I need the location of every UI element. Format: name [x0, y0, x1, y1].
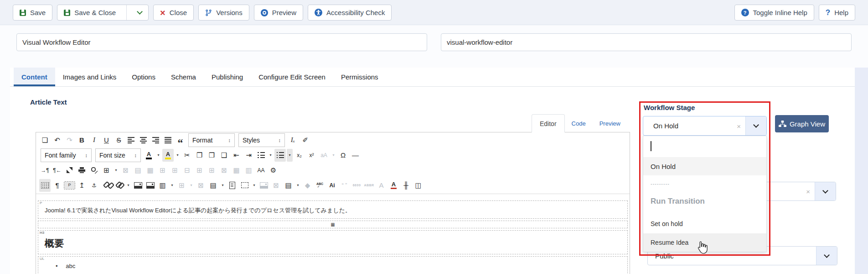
toggle-inline-help-button[interactable]: Toggle Inline Help — [734, 5, 814, 21]
tab-publishing[interactable]: Publishing — [204, 68, 251, 86]
ltr-icon[interactable]: →¶ — [39, 164, 51, 177]
background-color-icon[interactable]: A — [162, 149, 174, 162]
bullet-list-menu-icon[interactable]: ▾ — [287, 149, 293, 162]
annotation-icon[interactable]: A — [388, 179, 399, 192]
undo-icon[interactable]: ↶ — [52, 134, 63, 147]
superscript-icon[interactable]: x² — [306, 149, 317, 162]
settings-icon[interactable]: ⚙ — [268, 164, 279, 177]
redo-icon[interactable]: ↷ — [64, 134, 75, 147]
numbered-list-menu-icon[interactable]: ▾ — [268, 149, 274, 162]
tab-configure-edit-screen[interactable]: Configure Edit Screen — [251, 68, 333, 86]
delete-table-icon[interactable]: ⊠ — [120, 164, 131, 177]
cut-icon[interactable]: ✂ — [181, 149, 193, 162]
list-block[interactable]: UL • abc — [38, 256, 628, 274]
acronym-icon[interactable]: A — [376, 179, 387, 192]
insert-row-before-icon[interactable]: ⊞ — [157, 164, 168, 177]
dropdown-option-set-on-hold[interactable]: Set on hold — [643, 215, 766, 233]
insert-column-before-icon[interactable]: ⊞ — [194, 164, 205, 177]
table-row-properties-icon[interactable]: ▤ — [132, 164, 144, 177]
insert-row-after-icon[interactable]: ⊞ — [169, 164, 181, 177]
versions-button[interactable]: Versions — [198, 5, 249, 21]
delete-box-icon[interactable]: ⊠ — [195, 179, 207, 192]
module-icon[interactable]: ▤ — [207, 179, 219, 192]
align-justify-icon[interactable] — [162, 134, 174, 147]
strikethrough-icon[interactable]: S — [113, 134, 124, 147]
delete-image-icon[interactable]: ⊠ — [270, 179, 282, 192]
background-color-menu-icon[interactable]: ▾ — [175, 149, 181, 162]
paste-icon[interactable]: ❒ — [206, 149, 217, 162]
cube-icon[interactable]: ◆ — [302, 179, 313, 192]
clear-formatting-icon[interactable]: Iₓ — [287, 134, 299, 147]
outdent-icon[interactable]: ⇤ — [231, 149, 242, 162]
underline-icon[interactable]: U — [101, 134, 112, 147]
spellcheck-icon[interactable]: ABC ✓ — [314, 179, 326, 192]
tab-permissions[interactable]: Permissions — [333, 68, 386, 86]
print-icon[interactable] — [76, 164, 88, 177]
anchor-icon[interactable]: ⚓ — [88, 179, 100, 192]
text-color-menu-icon[interactable]: ▾ — [155, 149, 161, 162]
delete-row-icon[interactable]: ⊟ — [181, 164, 193, 177]
split-cell-icon[interactable]: ▥ — [243, 164, 254, 177]
dropdown-option-resume-idea[interactable]: Resume Idea — [643, 233, 766, 252]
save-close-button[interactable]: Save & Close — [57, 5, 149, 21]
close-button[interactable]: Close — [153, 5, 194, 21]
special-character-icon[interactable]: Ω — [337, 149, 349, 162]
access-select-toggle[interactable] — [816, 247, 837, 265]
insert-column-box-menu-icon[interactable]: ▾ — [188, 179, 194, 192]
pagebreak-icon[interactable]: ╫ — [400, 179, 412, 192]
quotes-icon[interactable]: “ ” — [339, 179, 350, 192]
graph-view-button[interactable]: Graph View — [775, 115, 829, 132]
delete-column-icon[interactable]: ⊠ — [218, 164, 230, 177]
numbered-list-icon[interactable] — [255, 149, 267, 162]
subscript-icon[interactable]: x₂ — [294, 149, 305, 162]
insert-image-icon[interactable] — [145, 179, 156, 192]
preview-button[interactable]: Preview — [254, 5, 303, 21]
editor-body[interactable]: P Joomla! 6.1で実装されたVisual Workflow Edito… — [36, 194, 630, 274]
rtl-icon[interactable]: ¶← — [52, 164, 63, 177]
title-input[interactable] — [16, 33, 427, 51]
table-cell-properties-icon[interactable]: ▦ — [145, 164, 156, 177]
styles-select[interactable]: Styles — [238, 133, 285, 147]
insert-column-after-icon[interactable]: ⊞ — [206, 164, 217, 177]
change-case-icon[interactable]: aA — [318, 149, 330, 162]
horizontal-rule-block[interactable]: ▦ — [38, 221, 628, 228]
tab-code[interactable]: Code — [565, 114, 593, 132]
columns-menu-icon[interactable]: ▾ — [169, 179, 175, 192]
paragraph-block[interactable]: P Joomla! 6.1で実装されたVisual Workflow Edito… — [38, 200, 628, 219]
show-blocks-icon[interactable] — [39, 179, 51, 192]
tab-editor[interactable]: Editor — [532, 114, 565, 132]
workflow-select-toggle[interactable] — [745, 116, 766, 135]
remove-item-icon[interactable]: × — [806, 188, 810, 195]
tab-images-and-links[interactable]: Images and Links — [55, 68, 124, 86]
horizontal-rule-icon[interactable]: — — [350, 149, 361, 162]
tab-options[interactable]: Options — [124, 68, 163, 86]
language-icon[interactable]: AA — [255, 164, 267, 177]
abbr-icon[interactable]: ABBR — [363, 179, 375, 192]
image-icon[interactable] — [132, 179, 144, 192]
text-color-icon[interactable]: A — [143, 149, 155, 162]
insert-article-icon[interactable]: ▤ — [283, 179, 294, 192]
category-select-toggle[interactable] — [815, 182, 836, 200]
show-invisible-characters-icon[interactable]: ¶ — [52, 179, 63, 192]
save-options-toggle[interactable] — [131, 5, 148, 20]
fieldset-icon[interactable] — [239, 179, 250, 192]
indent-icon[interactable]: ⇥ — [243, 149, 254, 162]
align-right-icon[interactable] — [150, 134, 161, 147]
unlink-icon[interactable] — [101, 179, 112, 192]
link-icon[interactable] — [113, 179, 124, 192]
copy-icon[interactable]: ❐ — [194, 149, 205, 162]
quotes-alt-icon[interactable]: 6699 — [351, 179, 362, 192]
align-center-icon[interactable] — [138, 134, 149, 147]
heading-block[interactable]: H3 概要 — [38, 230, 628, 254]
alias-input[interactable] — [441, 33, 852, 51]
readmore-icon[interactable]: ◫ — [413, 179, 424, 192]
link-menu-icon[interactable]: ▾ — [125, 179, 131, 192]
image-disabled-icon[interactable] — [258, 179, 269, 192]
format-painter-icon[interactable]: ✐ — [300, 134, 311, 147]
tab-schema[interactable]: Schema — [163, 68, 204, 86]
paragraph-block-icon[interactable]: P — [64, 181, 75, 190]
save-button[interactable]: Save — [13, 5, 52, 21]
merge-cells-icon[interactable]: ▦ — [231, 164, 242, 177]
paste-as-text-icon[interactable]: ❑ — [218, 149, 230, 162]
align-left-icon[interactable] — [125, 134, 137, 147]
